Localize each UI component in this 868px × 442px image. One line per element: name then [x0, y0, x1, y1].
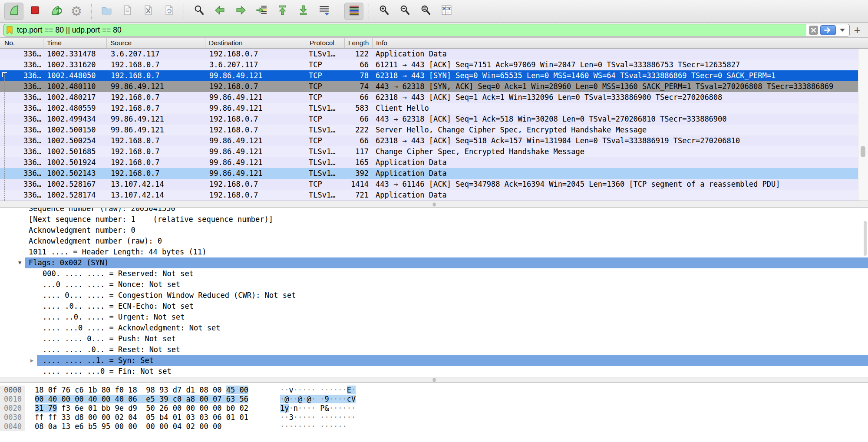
cell-time: 1002.480110	[43, 81, 106, 92]
hex-bytes[interactable]: 00 40 00 00 40 00 40 06 e5 39 c0 a8 00 0…	[35, 395, 248, 404]
start-capture-button[interactable]	[4, 3, 23, 20]
capture-options-button[interactable]: ⚙	[67, 3, 86, 20]
detail-line[interactable]: Sequence number (raw): 2005041550	[0, 208, 868, 214]
go-to-bottom-button[interactable]	[294, 3, 313, 20]
hex-row[interactable]: 0030ff ff 33 d8 00 00 02 04 05 b4 01 03 …	[0, 413, 868, 422]
packet-list[interactable]: 336…1002.3314783.6.207.117192.168.0.7TLS…	[0, 49, 858, 201]
detail-line-text: [Next sequence number: 1 (relative seque…	[29, 215, 273, 224]
detail-line[interactable]: .... .... 0... = Push: Not set	[0, 333, 868, 344]
detail-line[interactable]: .... .0.. .... = ECN-Echo: Not set	[0, 301, 868, 312]
detail-line[interactable]: .... .... .0.. = Reset: Not set	[0, 344, 868, 355]
clear-filter-icon[interactable]	[809, 26, 818, 35]
packet-row[interactable]: 336…1002.501685192.168.0.799.86.49.121TL…	[0, 146, 858, 157]
packet-row[interactable]: 336…1002.50015099.86.49.121192.168.0.7TL…	[0, 125, 858, 135]
packet-row[interactable]: 336…1002.500254192.168.0.799.86.49.121TC…	[0, 135, 858, 146]
packet-bytes-pane[interactable]: 000018 0f 76 c6 1b 80 f0 18 98 93 d7 d1 …	[0, 383, 868, 442]
find-packet-button[interactable]	[189, 3, 208, 20]
hex-row[interactable]: 002031 79 f3 6e 01 bb 9e d9 50 26 00 00 …	[0, 404, 868, 413]
detail-line[interactable]: .... ..0. .... = Urgent: Not set	[0, 312, 868, 323]
packet-row[interactable]: 336…1002.480217192.168.0.799.86.49.121TC…	[0, 92, 858, 103]
bookmark-icon[interactable]	[4, 26, 15, 34]
cell-source: 99.86.49.121	[106, 114, 205, 125]
add-filter-button[interactable]: +	[850, 24, 865, 36]
packet-row[interactable]: 336…1002.48011099.86.49.121192.168.0.7TC…	[0, 81, 858, 92]
resize-columns-button[interactable]	[437, 3, 456, 20]
cell-info: 62318 → 443 [SYN] Seq=0 Win=65535 Len=0 …	[372, 70, 858, 81]
detail-line[interactable]: .... ...0 .... = Acknowledgment: Not set	[0, 323, 868, 333]
detail-line[interactable]: Acknowledgment number: 0	[0, 225, 868, 236]
auto-scroll-button[interactable]	[314, 3, 333, 20]
packet-list-scrollbar[interactable]	[858, 49, 868, 201]
detail-line[interactable]: Acknowledgment number (raw): 0	[0, 236, 868, 247]
hex-ascii[interactable]: 1y·n···· P&······	[280, 404, 356, 413]
go-to-packet-button[interactable]	[252, 3, 271, 20]
restart-capture-button[interactable]	[46, 3, 65, 20]
packet-row[interactable]: 336…1002.448050192.168.0.799.86.49.121TC…	[0, 70, 858, 81]
detail-line[interactable]: [Next sequence number: 1 (relative seque…	[0, 214, 868, 225]
hex-bytes[interactable]: ff ff 33 d8 00 00 02 04 05 b4 01 03 03 0…	[35, 413, 248, 422]
close-file-button[interactable]	[139, 3, 158, 20]
cell-time: 1002.500150	[43, 125, 106, 135]
go-back-button[interactable]	[210, 3, 229, 20]
packet-list-scrollbar-thumb[interactable]	[861, 146, 865, 157]
packet-details-pane[interactable]: Sequence number (raw): 2005041550[Next s…	[0, 208, 868, 377]
hex-bytes[interactable]: 08 0a 13 e6 b5 95 00 00 00 00 04 02 00 0…	[35, 422, 222, 431]
hex-row[interactable]: 004008 0a 13 e6 b5 95 00 00 00 00 04 02 …	[0, 422, 868, 431]
expander-open-icon[interactable]: ▼	[18, 257, 21, 268]
expander-closed-icon[interactable]: ▶	[30, 355, 33, 366]
packet-row[interactable]: 336…1002.3314783.6.207.117192.168.0.7TLS…	[0, 49, 858, 59]
hex-row[interactable]: 000018 0f 76 c6 1b 80 f0 18 98 93 d7 d1 …	[0, 386, 868, 395]
column-header-length[interactable]: Length	[344, 38, 372, 48]
packet-row[interactable]: 336…1002.49943499.86.49.121192.168.0.7TC…	[0, 114, 858, 125]
packet-row[interactable]: 336…1002.501924192.168.0.799.86.49.121TL…	[0, 157, 858, 168]
hex-ascii[interactable]: ········ ······	[280, 422, 347, 431]
column-header-source[interactable]: Source	[106, 38, 205, 48]
start-capture-icon	[8, 4, 20, 18]
reload-file-button[interactable]	[159, 3, 178, 20]
packet-row[interactable]: 336…1002.480559192.168.0.799.86.49.121TL…	[0, 103, 858, 114]
zoom-original-button[interactable]	[416, 3, 435, 20]
save-file-button[interactable]	[118, 3, 137, 20]
hex-ascii[interactable]: ··v····· ······E·	[280, 386, 356, 395]
zoom-in-button[interactable]	[374, 3, 393, 20]
column-header-time[interactable]: Time	[43, 38, 106, 48]
column-header-destination[interactable]: Destination	[205, 38, 306, 48]
cell-destination: 99.86.49.121	[205, 168, 306, 179]
detail-line[interactable]: .... 0... .... = Congestion Window Reduc…	[0, 290, 868, 301]
hex-row[interactable]: 001000 40 00 00 40 00 40 06 e5 39 c0 a8 …	[0, 395, 868, 404]
packet-row[interactable]: 336…1002.331620192.168.0.73.6.207.117TCP…	[0, 59, 858, 70]
packet-row[interactable]: 336…1002.52817413.107.42.14192.168.0.7TL…	[0, 190, 858, 201]
detail-line[interactable]: .... .... ...0 = Fin: Not set	[0, 366, 868, 377]
cell-source: 192.168.0.7	[106, 157, 205, 168]
detail-line[interactable]: ▼Flags: 0x002 (SYN)	[0, 257, 868, 268]
pane-splitter-bottom[interactable]	[0, 377, 868, 383]
display-filter-field[interactable]	[3, 24, 850, 36]
zoom-out-button[interactable]	[395, 3, 414, 20]
stop-capture-button[interactable]	[25, 3, 44, 20]
column-header-info[interactable]: Info	[372, 38, 868, 48]
display-filter-input[interactable]	[15, 26, 806, 35]
apply-filter-icon[interactable]	[820, 25, 836, 35]
hex-bytes[interactable]: 18 0f 76 c6 1b 80 f0 18 98 93 d7 d1 08 0…	[35, 386, 248, 395]
packet-row[interactable]: 336…1002.52816713.107.42.14192.168.0.7TC…	[0, 179, 858, 190]
detail-line[interactable]: ...0 .... .... = Nonce: Not set	[0, 279, 868, 290]
go-forward-button[interactable]	[231, 3, 250, 20]
go-to-top-button[interactable]	[273, 3, 292, 20]
hex-bytes[interactable]: 31 79 f3 6e 01 bb 9e d9 50 26 00 00 00 0…	[35, 404, 248, 413]
packet-row[interactable]: 336…1002.502143192.168.0.799.86.49.121TL…	[0, 168, 858, 179]
detail-line[interactable]: ▶.... .... ..1. = Syn: Set	[0, 355, 868, 366]
hex-ascii[interactable]: ··3····· ········	[280, 413, 356, 422]
detail-line[interactable]: 000. .... .... = Reserved: Not set	[0, 268, 868, 279]
colorize-button[interactable]	[344, 3, 363, 20]
pane-splitter-top[interactable]	[0, 201, 868, 208]
open-file-button[interactable]	[97, 3, 116, 20]
hex-offset: 0030	[0, 413, 25, 422]
cell-protocol: TLSv1…	[306, 49, 344, 59]
column-header-no[interactable]: No.	[0, 38, 43, 48]
filter-dropdown-caret-icon[interactable]	[840, 29, 845, 32]
detail-line-text: .... .... ..1. = Syn: Set	[43, 356, 154, 365]
detail-line[interactable]: 1011 .... = Header Length: 44 bytes (11)	[0, 247, 868, 257]
hex-ascii[interactable]: ·@··@·@· ·9····cV	[280, 395, 356, 404]
column-header-protocol[interactable]: Protocol	[306, 38, 344, 48]
cell-length: 117	[344, 146, 372, 157]
